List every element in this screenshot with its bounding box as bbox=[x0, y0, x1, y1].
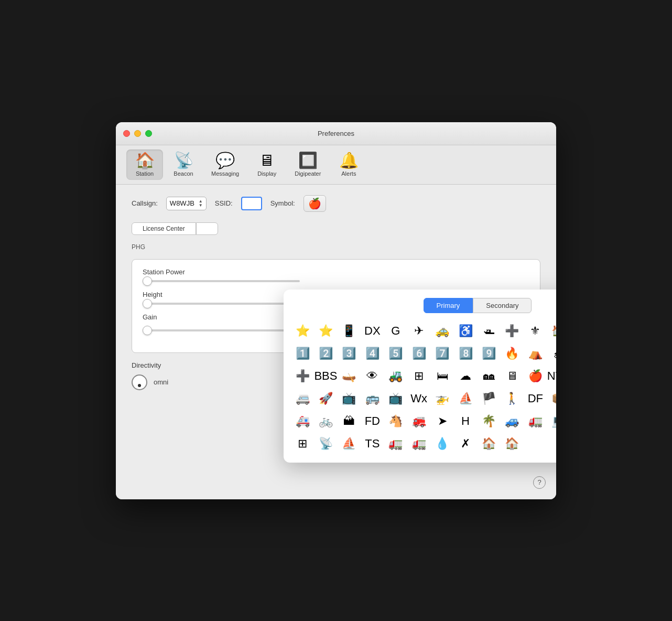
picker-cell[interactable]: ⛵ bbox=[339, 433, 360, 454]
tab-secondary[interactable] bbox=[196, 222, 218, 235]
picker-cell[interactable]: 📺 bbox=[385, 388, 406, 409]
picker-tab-secondary[interactable]: Secondary bbox=[473, 298, 532, 313]
picker-cell[interactable]: 2️⃣ bbox=[315, 343, 336, 364]
picker-cell[interactable]: 🚐 bbox=[292, 388, 313, 409]
gain-thumb[interactable] bbox=[143, 326, 152, 335]
picker-cell[interactable]: 🚜 bbox=[385, 366, 406, 387]
picker-cell[interactable]: ➕ bbox=[502, 320, 523, 341]
picker-cell[interactable]: 🚑 bbox=[292, 411, 313, 432]
picker-cell[interactable]: 👁 bbox=[362, 366, 383, 387]
picker-cell[interactable]: 🚛 bbox=[408, 433, 429, 454]
picker-cell[interactable]: 🚁 bbox=[432, 388, 453, 409]
picker-cell[interactable]: 🖥 bbox=[502, 366, 523, 387]
help-button[interactable]: ? bbox=[533, 476, 546, 489]
picker-cell[interactable]: 🚛 bbox=[525, 411, 546, 432]
toolbar-item-alerts[interactable]: 🔔 Alerts bbox=[330, 149, 367, 180]
picker-cell[interactable]: 📦 bbox=[548, 388, 556, 409]
picker-cell[interactable]: 🚲 bbox=[315, 411, 336, 432]
station-power-thumb[interactable] bbox=[143, 276, 152, 286]
picker-cell[interactable]: H bbox=[455, 411, 476, 432]
gain-track[interactable] bbox=[143, 329, 300, 331]
picker-cell[interactable]: 4️⃣ bbox=[362, 343, 383, 364]
picker-cell[interactable]: ⭐ bbox=[292, 320, 313, 341]
picker-cell[interactable]: ⚜ bbox=[525, 320, 546, 341]
picker-cell[interactable]: FD bbox=[362, 411, 383, 432]
picker-cell[interactable]: 🏍 bbox=[548, 343, 556, 364]
stepper-down[interactable]: ▼ bbox=[199, 204, 203, 208]
callsign-stepper[interactable]: ▲ ▼ bbox=[199, 199, 203, 208]
picker-cell[interactable]: 🏘 bbox=[479, 366, 500, 387]
picker-cell[interactable]: NTS bbox=[548, 366, 556, 387]
picker-cell[interactable]: ✗ bbox=[455, 433, 476, 454]
picker-cell[interactable]: 1️⃣ bbox=[292, 343, 313, 364]
toolbar-item-beacon[interactable]: 📡 Beacon bbox=[165, 149, 202, 180]
picker-cell[interactable]: ➤ bbox=[432, 411, 453, 432]
tab-license-center[interactable]: License Center bbox=[132, 222, 196, 235]
picker-tab-primary[interactable]: Primary bbox=[424, 298, 473, 313]
picker-cell[interactable]: 3️⃣ bbox=[339, 343, 360, 364]
picker-cell[interactable]: 🚶 bbox=[502, 388, 523, 409]
picker-cell[interactable]: 6️⃣ bbox=[408, 343, 429, 364]
picker-cell[interactable]: ➕ bbox=[292, 366, 313, 387]
picker-cell[interactable]: ⊞ bbox=[292, 433, 313, 454]
picker-cell[interactable]: ⊞ bbox=[408, 366, 429, 387]
picker-cell[interactable]: DX bbox=[362, 320, 383, 341]
picker-cell[interactable]: 🚛 bbox=[385, 433, 406, 454]
picker-cell[interactable]: 9️⃣ bbox=[479, 343, 500, 364]
alerts-icon: 🔔 bbox=[339, 153, 359, 168]
picker-cell[interactable]: ☁ bbox=[455, 366, 476, 387]
picker-cell[interactable]: ⛵ bbox=[455, 388, 476, 409]
picker-cell[interactable]: TS bbox=[362, 433, 383, 454]
picker-cell[interactable]: 💧 bbox=[432, 433, 453, 454]
picker-cell[interactable]: 🛏 bbox=[432, 366, 453, 387]
toolbar-item-station[interactable]: 🏠 Station bbox=[126, 149, 163, 180]
directivity-knob[interactable] bbox=[132, 374, 147, 390]
picker-cell[interactable]: BBS bbox=[315, 366, 336, 387]
picker-cell[interactable] bbox=[548, 433, 556, 454]
picker-cell[interactable]: 🐴 bbox=[385, 411, 406, 432]
picker-cell[interactable]: 🍎 bbox=[525, 366, 546, 387]
picker-cell[interactable]: 🌴 bbox=[479, 411, 500, 432]
picker-cell[interactable]: 5️⃣ bbox=[385, 343, 406, 364]
picker-cell[interactable]: 🏠 bbox=[548, 320, 556, 341]
picker-cell[interactable]: Wx bbox=[408, 388, 429, 409]
station-power-track[interactable] bbox=[143, 280, 300, 282]
height-thumb[interactable] bbox=[143, 299, 152, 308]
picker-cell[interactable]: 🛶 bbox=[339, 366, 360, 387]
picker-cell[interactable]: DF bbox=[525, 388, 546, 409]
picker-cell[interactable]: ✈ bbox=[408, 320, 429, 341]
picker-cell[interactable]: 🚙 bbox=[502, 411, 523, 432]
symbol-button[interactable]: 🍎 bbox=[304, 195, 326, 212]
picker-cell[interactable]: 7️⃣ bbox=[432, 343, 453, 364]
picker-cell[interactable]: 8️⃣ bbox=[455, 343, 476, 364]
picker-cell[interactable]: 🚒 bbox=[408, 411, 429, 432]
minimize-button[interactable] bbox=[134, 130, 141, 137]
picker-cell[interactable]: ⭐ bbox=[315, 320, 336, 341]
ssid-input[interactable] bbox=[241, 197, 262, 210]
toolbar-item-display[interactable]: 🖥 Display bbox=[248, 149, 285, 180]
picker-cell[interactable]: 🛥 bbox=[479, 320, 500, 341]
picker-cell[interactable]: 🔥 bbox=[502, 343, 523, 364]
station-label: Station bbox=[136, 170, 154, 177]
picker-cell[interactable]: 📡 bbox=[315, 433, 336, 454]
height-track[interactable] bbox=[143, 303, 300, 305]
picker-cell[interactable]: 🏔 bbox=[339, 411, 360, 432]
picker-cell[interactable] bbox=[525, 433, 546, 454]
picker-cell[interactable]: 🚕 bbox=[432, 320, 453, 341]
picker-cell[interactable]: 🏴 bbox=[479, 388, 500, 409]
toolbar-item-messaging[interactable]: 💬 Messaging bbox=[204, 149, 246, 180]
callsign-input[interactable]: W8WJB ▲ ▼ bbox=[166, 197, 207, 210]
picker-cell[interactable]: 💻 bbox=[548, 411, 556, 432]
toolbar-item-digipeater[interactable]: 🔲 Digipeater bbox=[287, 149, 328, 180]
picker-cell[interactable]: 🚀 bbox=[315, 388, 336, 409]
maximize-button[interactable] bbox=[145, 130, 152, 137]
picker-cell[interactable]: G bbox=[385, 320, 406, 341]
picker-cell[interactable]: ♿ bbox=[455, 320, 476, 341]
picker-cell[interactable]: 📺 bbox=[339, 388, 360, 409]
picker-cell[interactable]: 🏠 bbox=[479, 433, 500, 454]
close-button[interactable] bbox=[123, 130, 130, 137]
picker-cell[interactable]: ⛺ bbox=[525, 343, 546, 364]
picker-cell[interactable]: 🏠 bbox=[502, 433, 523, 454]
picker-cell[interactable]: 📱 bbox=[339, 320, 360, 341]
picker-cell[interactable]: 🚌 bbox=[362, 388, 383, 409]
